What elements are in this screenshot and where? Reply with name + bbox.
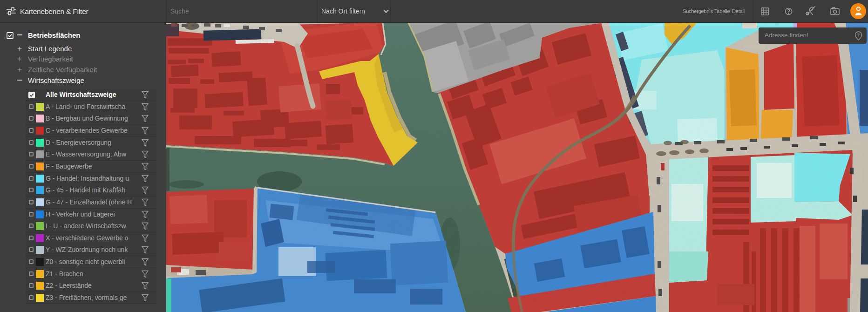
svg-text:?: ? <box>857 33 860 37</box>
